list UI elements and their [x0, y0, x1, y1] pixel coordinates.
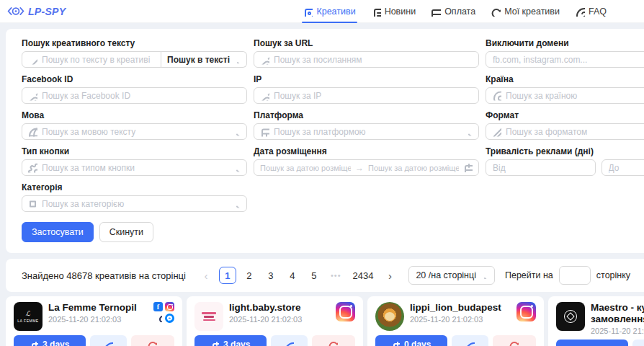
view-button[interactable] [632, 340, 644, 346]
favorite-button[interactable] [131, 335, 174, 346]
goto-page: Перейти на сторінку [505, 266, 630, 285]
tab-label: Мої креативи [504, 6, 560, 17]
reset-button[interactable]: Скинути [99, 222, 153, 242]
facebook-icon[interactable]: f [153, 302, 163, 311]
card-date: 2025-11-20 21:02:03 [229, 315, 330, 324]
field-label: Пошук креативного тексту [22, 38, 247, 48]
goto-page-input[interactable] [559, 266, 591, 285]
pagination-next[interactable]: › [381, 267, 398, 284]
facebook-id-input[interactable] [22, 88, 246, 103]
days-active-button[interactable]: 3 days [194, 335, 267, 346]
filter-creative-text: Пошук креативного тексту Пошук в тексті [22, 38, 247, 68]
instagram-icon[interactable] [516, 302, 536, 321]
button-type-select-input[interactable] [22, 160, 246, 175]
button-type-select[interactable] [22, 159, 247, 176]
card-title[interactable]: light.baby.store [229, 302, 330, 314]
tab-faq[interactable]: FAQ [576, 0, 607, 23]
favorite-button[interactable] [493, 335, 536, 346]
field-label: Пошук за URL [254, 38, 479, 48]
country-input[interactable] [486, 88, 644, 103]
page-size-value: 20 /на сторінці [416, 270, 476, 280]
field-label: IP [254, 74, 479, 84]
eye-icon [285, 340, 294, 346]
apply-button[interactable]: Застосувати [22, 222, 94, 242]
messenger-icon[interactable] [165, 314, 174, 323]
page-size-select[interactable]: 20 /на сторінці [408, 266, 495, 285]
calendar-icon [30, 341, 38, 346]
creative-card[interactable]: lippi_lion_budapest 2025-11-20 21:02:03 … [367, 296, 544, 346]
days-active-button[interactable]: 3 days [14, 335, 86, 346]
filter-ip: IP [254, 74, 479, 104]
card-date: 2025-11-20 21:02:03 [48, 315, 148, 324]
creative-text-input[interactable] [22, 52, 161, 67]
date-from-placeholder: Пошук за датою розміщення [260, 164, 351, 172]
logo[interactable]: LP-SPY [7, 5, 66, 17]
field-label: Мова [22, 110, 247, 120]
language-select-input[interactable] [22, 124, 246, 139]
tab-news[interactable]: Новини [372, 0, 416, 23]
view-button[interactable] [90, 335, 126, 346]
field-label: Дата розміщення [254, 146, 479, 156]
pagination-page-3[interactable]: 3 [262, 267, 279, 284]
pagination-page-last[interactable]: 2434 [349, 267, 377, 284]
format-input-wrap [486, 123, 644, 140]
instagram-icon[interactable] [336, 302, 355, 321]
pagination-page-1[interactable]: 1 [219, 267, 236, 284]
filter-date-range: Дата розміщення Пошук за датою розміщенн… [254, 146, 479, 176]
calendar-icon [392, 341, 400, 346]
tab-creatives[interactable]: Креативи [303, 0, 355, 23]
audience-icon[interactable] [153, 314, 163, 323]
card-title[interactable]: Maestro - кухні, меблі на замовлення в У… [591, 302, 644, 325]
creative-card[interactable]: Maestro - кухні, меблі на замовлення в У… [548, 296, 644, 346]
url-input[interactable] [254, 52, 478, 67]
date-range-picker[interactable]: Пошук за датою розміщення → Пошук за дат… [254, 159, 479, 176]
link-icon [28, 91, 37, 100]
field-label: Країна [486, 74, 644, 84]
facebook-id-input-wrap [22, 87, 247, 104]
exclude-domains-input[interactable] [486, 52, 644, 67]
category-select[interactable] [22, 195, 247, 212]
language-select[interactable] [22, 123, 247, 140]
country-input-wrap [486, 87, 644, 104]
ip-input[interactable] [254, 88, 478, 103]
pagination-ellipsis[interactable]: ••• [327, 267, 345, 284]
view-button[interactable] [271, 335, 307, 346]
view-button[interactable] [452, 335, 488, 346]
favorite-button[interactable] [312, 335, 355, 346]
platform-icon [260, 127, 269, 136]
platform-select[interactable] [254, 123, 479, 140]
avatar: ℒ LA FEMME [14, 302, 43, 331]
card-title[interactable]: La Femme Ternopil [48, 302, 148, 314]
duration-from-input[interactable] [486, 160, 595, 175]
mode-value: Пошук в тексті [167, 55, 230, 65]
heart-icon [328, 340, 338, 346]
tab-payment[interactable]: Оплата [431, 0, 475, 23]
duration-to-input[interactable] [602, 160, 644, 175]
pagination-page-4[interactable]: 4 [284, 267, 301, 284]
filter-language: Мова [22, 110, 247, 140]
field-label: Категорія [22, 182, 247, 192]
pagination-page-2[interactable]: 2 [241, 267, 258, 284]
format-input[interactable] [486, 124, 644, 139]
pagination-page-5[interactable]: 5 [305, 267, 323, 284]
goto-suffix-label: сторінку [596, 270, 630, 280]
filter-format: Формат [486, 110, 644, 140]
eye-icon [465, 340, 475, 346]
days-active-button[interactable]: 0 days [375, 335, 447, 346]
creative-card[interactable]: ℒ LA FEMME La Femme Ternopil 2025-11-20 … [6, 296, 182, 346]
pagination-prev[interactable]: ‹ [197, 267, 215, 284]
creative-card[interactable]: light.baby.store 2025-11-20 21:02:03 3 d… [187, 296, 363, 346]
category-select-input[interactable] [22, 196, 246, 211]
filter-duration: Тривалість реклами (дні) [486, 146, 644, 176]
field-label: Платформа [254, 110, 479, 120]
logo-text: LP-SPY [28, 6, 66, 17]
tab-my-creatives[interactable]: Мої креативи [491, 0, 560, 23]
chevron-down-icon [233, 56, 241, 63]
map-pin-icon [492, 91, 501, 100]
creative-cards-row: ℒ LA FEMME La Femme Ternopil 2025-11-20 … [6, 296, 644, 346]
text-search-mode-select[interactable]: Пошук в тексті [161, 51, 247, 68]
instagram-icon[interactable] [165, 302, 174, 311]
platform-select-input[interactable] [254, 124, 478, 139]
card-title[interactable]: lippi_lion_budapest [410, 302, 511, 314]
days-active-button[interactable] [556, 340, 628, 346]
